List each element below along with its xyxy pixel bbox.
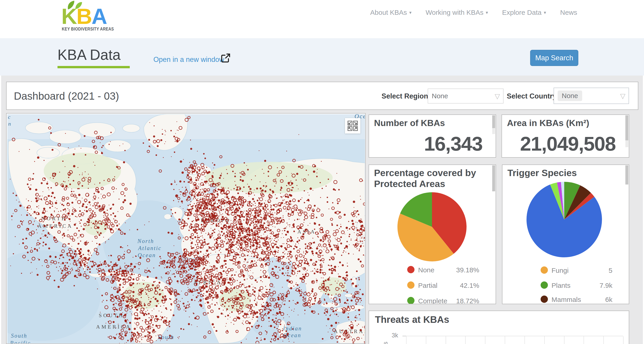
nav-label: Explore Data [502, 9, 542, 16]
map-ocean-label: Ocean [138, 252, 156, 258]
legend-row-none[interactable]: None 39.18% [369, 265, 496, 275]
nav-item-news[interactable]: News [560, 9, 577, 16]
open-new-window-link[interactable]: Open in a new window [154, 56, 224, 64]
map-ocean-label: Indian [283, 325, 302, 331]
gridline [406, 336, 623, 336]
logo-letter-a: A [92, 4, 106, 29]
dropdown-arrow-icon: ▽ [495, 92, 500, 100]
legend-label: Mammals [552, 296, 581, 303]
logo-letter-k: K [61, 4, 76, 29]
legend-value: 42.1% [460, 282, 479, 289]
map-ocean-label: South [158, 334, 174, 340]
gridline [544, 336, 545, 344]
scrollbar-track [625, 140, 628, 147]
legend-value: 18.72% [456, 297, 479, 304]
stat-value: 16,343 [424, 132, 482, 155]
threats-chart-card: Threats at KBAs 3k s [368, 310, 629, 344]
top-nav: KBA KEY BIODIVERSITY AREAS About KBAs▾ W… [0, 0, 644, 39]
legend-label: Partial [418, 282, 438, 289]
gridline [623, 336, 624, 344]
gridline [603, 336, 604, 344]
select-country-dropdown[interactable]: None ▽ [554, 88, 629, 104]
map-ocean-label: Pacific [10, 340, 31, 343]
stat-card-number-of-kbas: Number of KBAs 16,343 [368, 114, 496, 158]
legend-color-dot [407, 297, 414, 304]
chevron-down-icon: ▾ [486, 10, 488, 15]
legend-label: None [418, 266, 434, 274]
legend-row-mammals[interactable]: Mammals 6k [502, 295, 629, 304]
gridline [485, 336, 486, 344]
scrollbar-track [492, 128, 495, 134]
dashboard-panel: Dashboard (2021 - 03) Select Region None… [1, 76, 643, 344]
legend-value: 39.18% [456, 266, 479, 274]
map-ocean-label: Atlantic [138, 245, 162, 251]
gridline [564, 336, 564, 344]
scrollbar-thumb[interactable] [625, 165, 628, 185]
legend-label: Complete [418, 297, 447, 304]
external-link-icon[interactable] [221, 53, 230, 63]
gridline [426, 336, 426, 344]
select-country-value: None [558, 91, 582, 101]
map-ocean-label: Ocean [283, 332, 301, 338]
legend-color-dot [407, 281, 414, 289]
stat-title: Number of KBAs [374, 118, 445, 128]
nav-label: Working with KBAs [426, 9, 484, 16]
stat-card-area-in-kbas: Area in KBAs (Km²) 21,049,508 [502, 114, 629, 158]
dashboard-header-card: Dashboard (2021 - 03) Select Region None… [6, 82, 638, 110]
scrollbar-thumb[interactable] [492, 115, 495, 128]
gridline [465, 336, 466, 344]
map-ocean-label: South [11, 333, 27, 339]
map-ocean-label: c [8, 114, 11, 120]
chevron-down-icon: ▾ [409, 10, 412, 15]
chevron-down-icon: ▾ [544, 10, 546, 15]
stat-title: Area in KBAs (Km²) [507, 118, 589, 128]
map-ocean-label: n [8, 121, 12, 127]
y-axis-label: s [382, 342, 389, 344]
legend-row-fungi[interactable]: Fungi 5 [502, 265, 629, 275]
legend-value: 5 [608, 267, 612, 274]
stat-value: 21,049,508 [520, 132, 616, 155]
page-title: KBA Data [58, 46, 121, 63]
legend-value: 6k [605, 296, 612, 303]
select-country-label: Select Country [507, 92, 556, 100]
dropdown-arrow-icon: ▽ [620, 92, 625, 100]
gridline [524, 336, 525, 344]
select-region-value: None [432, 92, 448, 100]
y-axis-tick-label: 3k [388, 332, 398, 339]
legend-color-dot [540, 266, 548, 274]
legend-row-complete[interactable]: Complete 18.72% [369, 296, 496, 304]
legend-value: 7.9k [600, 282, 612, 289]
world-map[interactable]: NORTHAMERICASOUTHAMERICAEUROPEAFRICAASIA… [7, 114, 365, 343]
page: KBA KEY BIODIVERSITY AREAS About KBAs▾ W… [0, 0, 644, 344]
nav-item-working-with-kbas[interactable]: Working with KBAs▾ [426, 9, 488, 16]
pie-card-trigger-species: Trigger Species Fungi 5 Plants 7.9k Mamm… [502, 164, 629, 304]
map-ocean-label: North [137, 238, 154, 244]
expand-icon [348, 121, 358, 131]
logo-letters: KBA [61, 6, 106, 27]
scrollbar-thumb[interactable] [625, 115, 628, 140]
scrollbar-thumb[interactable] [492, 165, 495, 191]
nav-item-about-kbas[interactable]: About KBAs▾ [370, 9, 412, 16]
logo-subtitle: KEY BIODIVERSITY AREAS [62, 26, 114, 32]
dashboard-title: Dashboard (2021 - 03) [14, 90, 119, 102]
gridline [584, 336, 584, 344]
map-search-button[interactable]: Map Search [530, 50, 578, 66]
kba-logo[interactable]: KBA KEY BIODIVERSITY AREAS [61, 1, 111, 36]
world-map-card: NORTHAMERICASOUTHAMERICAEUROPEAFRICAASIA… [6, 113, 366, 344]
hero-band: KBA Data Open in a new window Map Search [0, 38, 644, 76]
legend-color-dot [540, 295, 548, 303]
select-region-dropdown[interactable]: None ▽ [428, 88, 504, 103]
chart-title: Trigger Species [508, 168, 616, 179]
nav-item-explore-data[interactable]: Explore Data▾ [502, 9, 546, 16]
select-region-label: Select Region [382, 92, 428, 100]
title-underline [58, 66, 130, 68]
legend-color-dot [540, 281, 548, 289]
map-expand-button[interactable] [345, 118, 360, 133]
gridline [446, 336, 446, 344]
map-label-america: AMERICA [96, 324, 131, 330]
pie-card-protected-areas: Percentage covered by Protected Areas No… [368, 164, 496, 304]
legend-row-partial[interactable]: Partial 42.1% [369, 280, 496, 290]
legend-row-plants[interactable]: Plants 7.9k [502, 280, 629, 290]
nav-label: News [560, 9, 577, 16]
y-axis-tick [402, 336, 406, 336]
